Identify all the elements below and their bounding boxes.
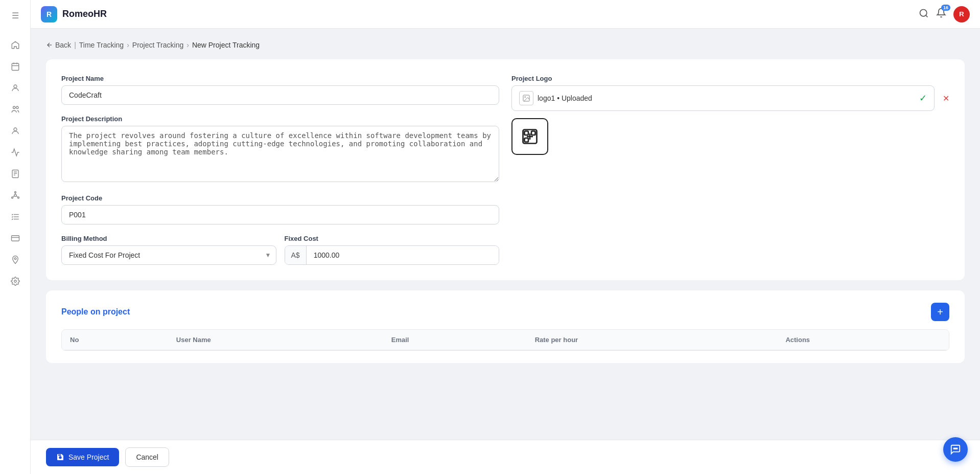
main-wrapper: R RomeoHR 16 R Back | Time Tracking › [31, 0, 980, 474]
svg-line-17 [13, 196, 14, 197]
people-table: NoUser NameEmailRate per hourActions [62, 330, 949, 350]
svg-point-30 [525, 97, 526, 98]
col-rate-per-hour: Rate per hour [527, 330, 778, 350]
sidebar-item-travel[interactable] [6, 251, 25, 269]
add-person-button[interactable]: + [931, 303, 949, 321]
breadcrumb-arrow-2: › [186, 41, 189, 49]
sidebar-item-documents[interactable] [6, 165, 25, 183]
project-code-field: Project Code [61, 194, 499, 224]
svg-rect-22 [11, 236, 19, 241]
project-description-label: Project Description [61, 115, 499, 123]
chatbot-icon [950, 444, 961, 455]
breadcrumb-project-tracking[interactable]: Project Tracking [132, 41, 183, 49]
project-description-field: Project Description The project revolves… [61, 115, 499, 184]
col-no: No [62, 330, 168, 350]
topnav: R RomeoHR 16 R [31, 0, 980, 29]
sidebar-item-team[interactable] [6, 100, 25, 119]
svg-point-4 [14, 85, 17, 88]
save-project-button[interactable]: Save Project [46, 448, 119, 466]
breadcrumb-current: New Project Tracking [192, 41, 260, 49]
sidebar-item-home[interactable] [6, 36, 25, 54]
fixed-cost-input-group: A$ [285, 245, 500, 265]
search-icon[interactable] [919, 8, 929, 20]
currency-prefix: A$ [285, 246, 307, 264]
project-code-input[interactable] [61, 205, 499, 224]
logo-check-icon: ✓ [919, 93, 927, 104]
logo-filename: logo1 • Uploaded [538, 94, 915, 102]
logo-upload-row: logo1 • Uploaded ✓ [511, 85, 935, 111]
billing-method-select-wrapper: Fixed Cost For Project Hourly Rate Per T… [61, 245, 276, 265]
project-code-label: Project Code [61, 194, 499, 202]
col-email: Email [383, 330, 527, 350]
project-description-textarea[interactable]: The project revolves around fostering a … [61, 126, 499, 182]
sidebar: ☰ [0, 0, 31, 474]
svg-point-5 [13, 106, 15, 109]
sidebar-item-calendar[interactable] [6, 57, 25, 76]
logo-letter: R [46, 10, 52, 18]
billing-method-select[interactable]: Fixed Cost For Project Hourly Rate Per T… [61, 245, 276, 265]
fixed-cost-input[interactable] [307, 246, 499, 264]
svg-rect-36 [525, 138, 529, 142]
people-table-container: NoUser NameEmailRate per hourActions [61, 329, 949, 351]
logo-remove-button[interactable]: ✕ [943, 94, 949, 103]
avatar[interactable]: R [953, 6, 970, 22]
svg-rect-0 [12, 63, 19, 71]
chatbot-button[interactable] [943, 437, 968, 462]
people-section-title: People on project [61, 307, 130, 317]
save-project-label: Save Project [68, 453, 109, 461]
logo-upload-box[interactable] [511, 118, 548, 155]
cancel-button[interactable]: Cancel [125, 447, 169, 467]
svg-rect-34 [525, 131, 529, 136]
sidebar-item-user[interactable] [6, 122, 25, 140]
sidebar-hamburger[interactable]: ☰ [6, 6, 25, 25]
project-logo-field: Project Logo logo1 • Uploaded ✓ ✕ [511, 75, 949, 155]
people-section-header: People on project + [61, 303, 949, 321]
content-area: Back | Time Tracking › Project Tracking … [31, 29, 980, 440]
billing-method-field: Billing Method Fixed Cost For Project Ho… [61, 235, 276, 265]
sidebar-item-analytics[interactable] [6, 143, 25, 162]
svg-point-39 [956, 448, 958, 449]
billing-row: Billing Method Fixed Cost For Project Ho… [61, 235, 499, 265]
col-actions: Actions [777, 330, 949, 350]
form-grid: Project Name Project Description The pro… [61, 75, 949, 265]
col-user-name: User Name [168, 330, 383, 350]
breadcrumb: Back | Time Tracking › Project Tracking … [46, 41, 965, 49]
fixed-cost-field: Fixed Cost A$ [285, 235, 500, 265]
back-button[interactable]: Back [46, 41, 71, 49]
svg-point-6 [16, 106, 18, 109]
sidebar-item-contacts[interactable] [6, 79, 25, 97]
project-name-label: Project Name [61, 75, 499, 82]
fixed-cost-label: Fixed Cost [285, 235, 500, 242]
breadcrumb-separator-1: | [74, 41, 76, 49]
form-card: Project Name Project Description The pro… [46, 59, 965, 280]
topnav-right: 16 R [919, 6, 970, 22]
logo-preview-area [511, 118, 949, 155]
people-table-head: NoUser NameEmailRate per hourActions [62, 330, 949, 350]
notification-badge: 16 [941, 5, 950, 11]
save-icon [56, 453, 64, 461]
billing-method-label: Billing Method [61, 235, 276, 242]
svg-rect-35 [531, 131, 535, 136]
project-logo-label: Project Logo [511, 75, 949, 82]
notification-button[interactable]: 16 [936, 8, 946, 20]
breadcrumb-time-tracking[interactable]: Time Tracking [79, 41, 124, 49]
sidebar-item-settings[interactable] [6, 272, 25, 290]
svg-point-13 [14, 192, 16, 193]
brand-name: RomeoHR [62, 9, 107, 19]
logo-box: R [41, 6, 57, 22]
breadcrumb-arrow-1: › [127, 41, 129, 49]
sidebar-item-billing[interactable] [6, 229, 25, 247]
topnav-left: R RomeoHR [41, 6, 107, 22]
svg-point-37 [953, 448, 954, 449]
sidebar-item-connections[interactable] [6, 186, 25, 205]
project-name-input[interactable] [61, 85, 499, 105]
svg-rect-8 [12, 170, 18, 178]
sidebar-item-tasks[interactable] [6, 208, 25, 226]
table-header-row: NoUser NameEmailRate per hourActions [62, 330, 949, 350]
back-label: Back [55, 41, 71, 49]
people-section-card: People on project + NoUser NameEmailRate… [46, 290, 965, 363]
svg-line-18 [16, 196, 17, 197]
form-left: Project Name Project Description The pro… [61, 75, 499, 265]
svg-point-25 [14, 280, 16, 283]
project-name-field: Project Name [61, 75, 499, 105]
